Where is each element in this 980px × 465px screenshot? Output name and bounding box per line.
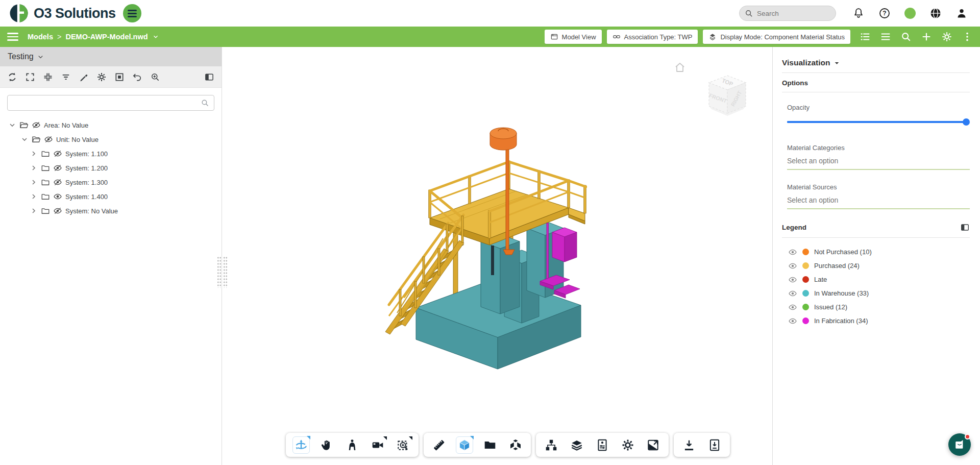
bell-icon[interactable] bbox=[852, 7, 865, 19]
panel-resize-handle[interactable] bbox=[223, 256, 228, 288]
folder-icon bbox=[41, 163, 50, 173]
visualization-dropdown[interactable]: Visualization bbox=[782, 58, 970, 67]
model-nav-bar: Models > DEMO-AWP-Model.nwd Model View A… bbox=[0, 27, 980, 47]
breadcrumb-models-link[interactable]: Models bbox=[28, 33, 53, 41]
eye-off-icon[interactable] bbox=[44, 135, 53, 144]
panel-layout-icon[interactable] bbox=[960, 223, 970, 232]
status-dot[interactable] bbox=[904, 8, 916, 19]
eye-icon[interactable] bbox=[788, 261, 797, 271]
tree-row[interactable]: System: 1.300 bbox=[0, 175, 222, 189]
export-file-tool[interactable] bbox=[708, 438, 721, 452]
tree-row[interactable]: System: 1.200 bbox=[0, 161, 222, 175]
eye-icon[interactable] bbox=[53, 192, 62, 201]
display-mode-button[interactable]: Display Mode: Component Material Status bbox=[703, 30, 850, 44]
chevron-right-icon[interactable] bbox=[30, 207, 38, 215]
selection-set-dropdown[interactable]: Testing bbox=[0, 47, 222, 66]
tree-row[interactable]: Area: No Value bbox=[0, 118, 222, 132]
chevron-right-icon[interactable] bbox=[30, 192, 38, 201]
walk-tool[interactable] bbox=[346, 438, 359, 452]
sidebar-menu-button[interactable] bbox=[7, 31, 18, 43]
eye-icon[interactable] bbox=[788, 289, 797, 298]
filter-icon[interactable] bbox=[61, 72, 71, 82]
kebab-menu-icon[interactable] bbox=[962, 31, 973, 42]
eye-off-icon[interactable] bbox=[53, 178, 62, 187]
model-view-button[interactable]: Model View bbox=[545, 30, 602, 44]
camera-tool[interactable] bbox=[371, 438, 384, 452]
collapse-icon[interactable] bbox=[43, 72, 53, 82]
gear-icon[interactable] bbox=[941, 31, 952, 42]
explode-tool[interactable] bbox=[509, 438, 522, 452]
search-icon[interactable] bbox=[900, 31, 912, 42]
search-input[interactable] bbox=[757, 10, 828, 17]
paint-icon[interactable] bbox=[79, 72, 89, 82]
breadcrumb-current[interactable]: DEMO-AWP-Model.nwd bbox=[65, 33, 148, 41]
panel-layout-icon[interactable] bbox=[204, 72, 214, 82]
plus-icon[interactable] bbox=[921, 31, 932, 42]
tree-row[interactable]: System: No Value bbox=[0, 204, 222, 218]
chevron-right-icon[interactable] bbox=[30, 150, 38, 158]
chevron-down-icon[interactable] bbox=[8, 121, 16, 129]
slider-thumb[interactable] bbox=[963, 118, 970, 126]
opacity-slider[interactable] bbox=[787, 118, 969, 126]
sync-icon[interactable] bbox=[7, 72, 17, 82]
hierarchy-tool[interactable] bbox=[545, 438, 558, 452]
panel-resize-handle[interactable] bbox=[217, 256, 222, 288]
eye-off-icon[interactable] bbox=[53, 163, 62, 173]
divider bbox=[782, 72, 970, 73]
model-tree: Area: No Value Unit: No Value System: 1.… bbox=[0, 118, 222, 218]
chevron-down-icon[interactable] bbox=[20, 135, 29, 143]
expand-selection-icon[interactable] bbox=[25, 72, 35, 82]
properties-tool[interactable] bbox=[596, 438, 609, 452]
tree-toolbar bbox=[0, 66, 222, 88]
tree-row[interactable]: System: 1.100 bbox=[0, 146, 222, 161]
layers-tool[interactable] bbox=[570, 438, 583, 452]
legend-color-dot bbox=[802, 276, 809, 283]
navigation-cube[interactable]: TOP FRONT RIGHT bbox=[706, 74, 748, 118]
walk-icon bbox=[346, 438, 359, 452]
folder-tool[interactable] bbox=[483, 438, 497, 452]
eye-off-icon[interactable] bbox=[32, 120, 41, 130]
global-search[interactable] bbox=[739, 6, 836, 21]
frame-selection-icon[interactable] bbox=[114, 72, 125, 82]
globe-icon[interactable] bbox=[929, 7, 942, 19]
legend-item: In Warehouse (33) bbox=[788, 286, 970, 300]
user-icon[interactable] bbox=[955, 7, 968, 19]
cube-view-tool[interactable] bbox=[456, 436, 473, 454]
eye-icon[interactable] bbox=[788, 303, 797, 312]
breadcrumb: Models > DEMO-AWP-Model.nwd bbox=[28, 33, 159, 41]
orbit-tool[interactable] bbox=[292, 436, 310, 454]
toc-icon[interactable] bbox=[860, 31, 871, 42]
eye-icon[interactable] bbox=[788, 316, 797, 326]
tree-row[interactable]: System: 1.400 bbox=[0, 189, 222, 204]
material-categories-select[interactable]: Select an option bbox=[787, 157, 970, 169]
menu-lines-icon[interactable] bbox=[880, 31, 891, 42]
zoom-search-icon[interactable] bbox=[150, 72, 160, 82]
chevron-right-icon[interactable] bbox=[30, 164, 38, 172]
download-tool[interactable] bbox=[682, 438, 696, 452]
chat-widget-button[interactable] bbox=[948, 433, 971, 456]
eye-icon[interactable] bbox=[788, 275, 797, 284]
tree-search-box[interactable] bbox=[7, 95, 214, 111]
help-icon[interactable]: ? bbox=[878, 7, 891, 19]
tree-row[interactable]: Unit: No Value bbox=[0, 132, 222, 146]
model-3d[interactable] bbox=[383, 110, 587, 380]
tree-search-input[interactable] bbox=[12, 99, 201, 107]
pan-tool[interactable] bbox=[320, 438, 333, 452]
undo-icon[interactable] bbox=[132, 72, 142, 82]
association-type-button[interactable]: Association Type: TWP bbox=[607, 30, 698, 44]
eye-icon[interactable] bbox=[788, 248, 797, 257]
model-dark-member bbox=[491, 246, 494, 275]
chevron-right-icon[interactable] bbox=[30, 178, 38, 186]
settings-tool[interactable] bbox=[621, 438, 634, 452]
home-view-icon[interactable] bbox=[674, 61, 686, 74]
zoom-region-tool[interactable] bbox=[397, 438, 410, 452]
model-viewport[interactable]: TOP FRONT RIGHT bbox=[223, 47, 772, 465]
screenshot-tool[interactable] bbox=[647, 438, 660, 452]
measure-tool[interactable] bbox=[432, 438, 446, 452]
eye-off-icon[interactable] bbox=[53, 149, 62, 158]
material-sources-select[interactable]: Select an option bbox=[787, 196, 970, 208]
apps-menu-button[interactable] bbox=[123, 4, 141, 22]
chevron-down-icon[interactable] bbox=[152, 33, 159, 40]
eye-off-icon[interactable] bbox=[53, 206, 62, 215]
gear-icon[interactable] bbox=[96, 72, 107, 82]
